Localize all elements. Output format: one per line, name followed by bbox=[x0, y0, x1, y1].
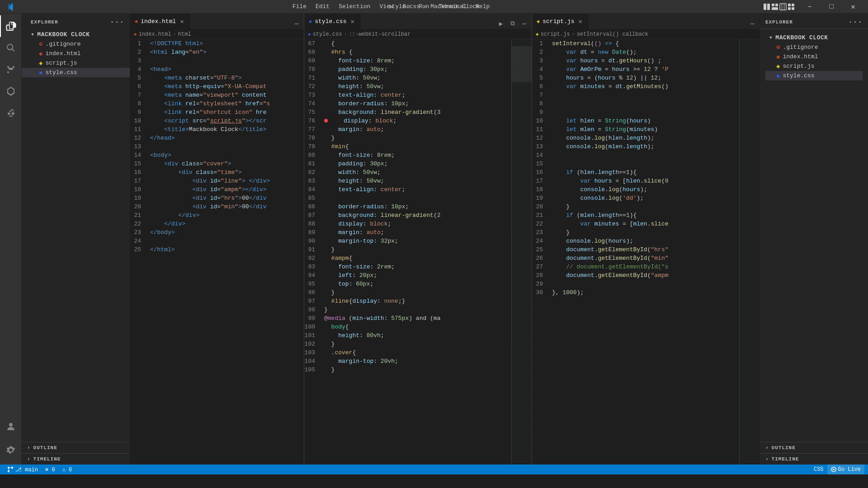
outline-section: OUTLINE bbox=[22, 442, 130, 453]
timeline-chevron bbox=[27, 456, 31, 462]
line-number: 105 bbox=[304, 366, 322, 374]
menu-file[interactable]: File bbox=[288, 1, 311, 12]
close-button[interactable]: ✕ bbox=[843, 0, 863, 14]
table-row: 10 let hlen = String(hours) bbox=[532, 117, 739, 125]
left-pane-tab-index-html[interactable]: ◈ index.html ✕ bbox=[130, 14, 190, 29]
editor-area: ◈ index.html ✕ ⋯ ◈ index.html › html 1<!… bbox=[130, 14, 760, 465]
explorer-folder-title[interactable]: ▾ MACKBOOK CLOCK bbox=[22, 29, 130, 39]
explorer-item-index-html[interactable]: ◈ index.html bbox=[22, 49, 130, 58]
line-content: <meta charset="UTF-8"> bbox=[148, 74, 304, 82]
line-number: 24 bbox=[532, 237, 550, 245]
left-split-btn[interactable]: ⋯ bbox=[291, 18, 302, 29]
status-live-server[interactable]: Go Live bbox=[827, 465, 864, 474]
line-number: 87 bbox=[304, 211, 322, 220]
sidebar-dots[interactable]: ··· bbox=[110, 18, 124, 26]
line-number: 10 bbox=[130, 117, 148, 125]
line-number: 11 bbox=[532, 125, 550, 134]
line-content: </head> bbox=[148, 134, 304, 142]
html-icon: ◈ bbox=[39, 50, 42, 57]
right-more-btn[interactable]: ⋯ bbox=[747, 18, 758, 29]
right-outline-header[interactable]: OUTLINE bbox=[760, 442, 868, 453]
line-content: var minutes = [mlen.slice bbox=[550, 220, 739, 228]
activity-git[interactable] bbox=[0, 59, 22, 80]
line-number: 14 bbox=[532, 151, 550, 160]
activity-explorer[interactable] bbox=[0, 15, 22, 37]
line-content: } bbox=[550, 228, 739, 237]
line-number: 67 bbox=[304, 39, 322, 48]
table-row: 21 </div> bbox=[130, 211, 304, 220]
outline-header[interactable]: OUTLINE bbox=[22, 442, 130, 453]
left-pane-tab-bar: ◈ index.html ✕ ⋯ bbox=[130, 14, 304, 29]
table-row: 7 <meta name="viewport" content bbox=[130, 91, 304, 99]
left-code-content[interactable]: 1<!DOCTYPE html>2<html lang="en">34<head… bbox=[130, 39, 304, 465]
line-content: } bbox=[322, 134, 511, 142]
right-sidebar-dots[interactable]: ··· bbox=[848, 18, 863, 26]
line-content: </body> bbox=[148, 228, 304, 237]
explorer-item-gitignore[interactable]: ⊙ .gitignore bbox=[22, 39, 130, 49]
table-row: 12</head> bbox=[130, 134, 304, 142]
sidebar-header: EXPLORER ··· bbox=[22, 14, 130, 28]
menu-edit[interactable]: Edit bbox=[311, 1, 334, 12]
right-folder-title[interactable]: ▾ MACKBOOK CLOCK bbox=[765, 33, 863, 42]
line-number: 98 bbox=[304, 305, 322, 314]
table-row: 76 display: block; bbox=[304, 117, 511, 125]
right-tab-label: script.js bbox=[542, 18, 574, 25]
mid-run-btn[interactable]: ▶ bbox=[495, 18, 506, 29]
line-content: text-align: center; bbox=[322, 185, 511, 194]
right-item-index-html[interactable]: ◈ index.html bbox=[765, 52, 863, 61]
right-timeline-header[interactable]: TIMELINE bbox=[760, 454, 868, 465]
right-code-content[interactable]: 1setInterval(() => {2 var dt = new Date(… bbox=[532, 39, 739, 465]
status-warnings[interactable]: ⚠ 0 bbox=[59, 465, 76, 474]
explorer-item-script-js[interactable]: ◈ script.js bbox=[22, 58, 130, 68]
right-folder-name: MACKBOOK CLOCK bbox=[775, 34, 828, 41]
timeline-header[interactable]: TIMELINE bbox=[22, 454, 130, 465]
menu-selection[interactable]: Selection bbox=[334, 1, 375, 12]
line-content: padding: 30px; bbox=[322, 160, 511, 168]
table-row: 10 <script src="script.js"></scr bbox=[130, 117, 304, 125]
activity-settings[interactable] bbox=[0, 439, 22, 461]
left-pane: ◈ index.html ✕ ⋯ ◈ index.html › html 1<!… bbox=[130, 14, 304, 465]
status-git[interactable]: ⎇ main bbox=[4, 465, 42, 474]
status-lang[interactable]: CSS bbox=[810, 465, 827, 474]
activity-debug[interactable] bbox=[0, 80, 22, 102]
table-row: 15 bbox=[532, 160, 739, 168]
line-content: border-radius: 10px; bbox=[322, 202, 511, 211]
table-row: 19 <div id="hrs">00</div bbox=[130, 194, 304, 202]
mid-tab-close[interactable]: ✕ bbox=[349, 17, 355, 26]
table-row: 8 bbox=[532, 99, 739, 108]
line-content: } bbox=[322, 288, 511, 297]
status-errors[interactable]: ⊗ 0 bbox=[42, 465, 59, 474]
mid-tab-label: style.css bbox=[315, 18, 346, 25]
line-number: 2 bbox=[130, 48, 148, 56]
right-item-gitignore[interactable]: ⊙ .gitignore bbox=[765, 42, 863, 52]
line-content: display: block; bbox=[322, 220, 511, 228]
right-bc-file: script.js bbox=[541, 31, 570, 38]
outline-chevron bbox=[27, 445, 31, 450]
table-row: 84 text-align: center; bbox=[304, 185, 511, 194]
line-number: 22 bbox=[532, 220, 550, 228]
activity-extensions[interactable] bbox=[0, 102, 22, 124]
mid-pane-tab-style-css[interactable]: ◈ style.css ✕ bbox=[304, 14, 361, 29]
right-pane-actions: ⋯ bbox=[745, 18, 760, 29]
mid-split-btn[interactable]: ⧉ bbox=[507, 18, 518, 29]
mid-code-content[interactable]: 67 {68 #hrs {69 font-size: 8rem;70 paddi… bbox=[304, 39, 511, 465]
activity-search[interactable] bbox=[0, 37, 22, 59]
right-pane-tab-script-js[interactable]: ◈ script.js ✕ bbox=[532, 14, 589, 29]
mid-pane-tab-bar: ◈ style.css ✕ ▶ ⧉ ⋯ bbox=[304, 14, 532, 29]
right-item-style-css[interactable]: ◈ style.css bbox=[765, 71, 863, 80]
right-item-script-js[interactable]: ◈ script.js bbox=[765, 61, 863, 71]
table-row: 94 left: 20px; bbox=[304, 271, 511, 280]
table-row: 77 margin: auto; bbox=[304, 125, 511, 134]
activity-account[interactable] bbox=[0, 416, 22, 437]
line-number: 97 bbox=[304, 297, 322, 305]
explorer-item-style-css[interactable]: ◈ style.css bbox=[22, 68, 130, 77]
maximize-button[interactable]: □ bbox=[821, 0, 842, 14]
svg-point-15 bbox=[9, 423, 13, 427]
line-content: } bbox=[322, 366, 511, 374]
minimize-button[interactable]: – bbox=[799, 0, 820, 14]
line-content: console.log(hours); bbox=[550, 237, 739, 245]
left-tab-close[interactable]: ✕ bbox=[179, 17, 185, 26]
right-tab-close[interactable]: ✕ bbox=[577, 17, 583, 26]
mid-more-btn[interactable]: ⋯ bbox=[519, 18, 530, 29]
line-number: 22 bbox=[130, 220, 148, 228]
